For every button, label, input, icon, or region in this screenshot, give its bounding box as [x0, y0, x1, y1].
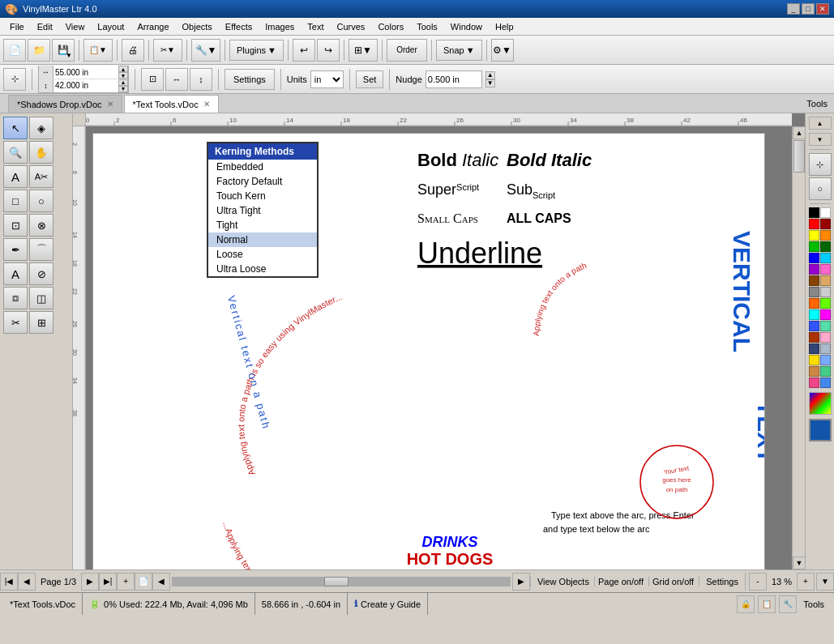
- color-blue[interactable]: [809, 253, 819, 263]
- ellipse-tool-btn[interactable]: ○: [29, 190, 53, 212]
- size-tool1[interactable]: ⊡: [141, 68, 164, 91]
- menu-view[interactable]: View: [59, 18, 92, 35]
- color-orange[interactable]: [820, 230, 831, 241]
- pan-tool-btn[interactable]: ✋: [29, 141, 53, 164]
- tab-text-tools[interactable]: *Text Tools.vDoc ✕: [124, 95, 219, 113]
- page-next[interactable]: ▶: [81, 573, 99, 591]
- status-btn2[interactable]: 📋: [758, 595, 776, 613]
- current-color[interactable]: [809, 419, 832, 441]
- close-button[interactable]: ✕: [816, 3, 829, 15]
- color-e9[interactable]: [809, 343, 819, 354]
- layout-button[interactable]: 📋▼: [83, 39, 113, 62]
- size-tool3[interactable]: ↕: [190, 68, 212, 91]
- eyedrop-tool-btn[interactable]: ⊘: [29, 262, 53, 285]
- set-button[interactable]: Set: [356, 70, 384, 88]
- color-darkgreen[interactable]: [820, 241, 831, 252]
- zoom-tool-btn[interactable]: 🔍: [3, 141, 28, 164]
- menu-effects[interactable]: Effects: [219, 18, 259, 35]
- color-e15[interactable]: [809, 377, 819, 388]
- color-e11[interactable]: [809, 355, 819, 365]
- width-down[interactable]: ▼: [118, 72, 128, 79]
- nudge-down[interactable]: ▼: [485, 79, 495, 87]
- color-extra8[interactable]: [820, 332, 831, 343]
- kerning-ultra-loose[interactable]: Ultra Loose: [208, 262, 317, 276]
- color-gray2[interactable]: [820, 287, 831, 297]
- page-next-next[interactable]: ▶|: [99, 573, 117, 591]
- size-tool2[interactable]: ↔: [165, 68, 188, 91]
- redo-button[interactable]: ↪: [317, 39, 340, 62]
- rect-tool-btn[interactable]: □: [3, 190, 28, 212]
- minimize-button[interactable]: _: [787, 3, 800, 15]
- height-up[interactable]: ▲: [118, 79, 128, 86]
- action-button[interactable]: 🔧▼: [191, 39, 220, 62]
- scroll-up-button[interactable]: ▲: [793, 126, 805, 139]
- right-tool1[interactable]: ⊹: [809, 153, 832, 176]
- color-extra1[interactable]: [809, 298, 819, 309]
- zoom-dropdown[interactable]: ▼: [816, 573, 834, 591]
- color-red[interactable]: [809, 219, 819, 229]
- open-button[interactable]: 📁: [28, 39, 50, 62]
- bezier-tool-btn[interactable]: ⌒: [29, 238, 53, 261]
- tab-shadows-drop[interactable]: *Shadows Drop.vDoc ✕: [8, 95, 122, 113]
- menu-images[interactable]: Images: [259, 18, 301, 35]
- menu-edit[interactable]: Edit: [31, 18, 59, 35]
- color-black[interactable]: [809, 207, 819, 218]
- color-extra3[interactable]: [809, 309, 819, 320]
- scroll-down-button[interactable]: ▼: [793, 557, 805, 569]
- page-prev-prev[interactable]: |◀: [0, 573, 18, 591]
- kerning-touch-kern[interactable]: Touch Kern: [208, 189, 317, 203]
- menu-colors[interactable]: Colors: [371, 18, 410, 35]
- color-white[interactable]: [820, 207, 831, 218]
- print-button[interactable]: 🖨: [122, 39, 144, 62]
- scroll-thumb[interactable]: [793, 140, 805, 173]
- text-tool2-btn[interactable]: A✂: [29, 165, 53, 188]
- new-button[interactable]: 📄: [3, 39, 26, 62]
- transform-button[interactable]: ⊞▼: [349, 39, 378, 62]
- color-yellow[interactable]: [809, 230, 819, 241]
- tab-text-tools-close[interactable]: ✕: [203, 100, 210, 109]
- undo-button[interactable]: ↩: [293, 39, 315, 62]
- cut-tool-btn[interactable]: ✂: [3, 311, 28, 334]
- right-tool2[interactable]: ○: [809, 177, 832, 200]
- kerning-factory-default[interactable]: Factory Default: [208, 174, 317, 189]
- extended-palette[interactable]: [809, 392, 832, 415]
- snap-button[interactable]: Snap ▼: [436, 40, 482, 61]
- text-tool-btn[interactable]: A: [3, 165, 28, 188]
- color-darkred[interactable]: [820, 219, 831, 229]
- color-purple[interactable]: [809, 264, 819, 275]
- cut-button[interactable]: ✂▼: [153, 39, 182, 62]
- plugins-button[interactable]: Plugins ▼: [229, 40, 284, 61]
- nudge-up[interactable]: ▲: [485, 71, 495, 79]
- align-tool-btn[interactable]: ⊞: [29, 311, 53, 334]
- menu-objects[interactable]: Objects: [176, 18, 219, 35]
- page-prev[interactable]: ◀: [18, 573, 36, 591]
- menu-text[interactable]: Text: [301, 18, 330, 35]
- color-e14[interactable]: [820, 366, 831, 377]
- height-input[interactable]: [53, 79, 118, 92]
- units-select[interactable]: in cm mm: [310, 70, 344, 88]
- color-extra5[interactable]: [809, 321, 819, 331]
- color-extra6[interactable]: [820, 321, 831, 331]
- menu-arrange[interactable]: Arrange: [130, 18, 175, 35]
- maximize-button[interactable]: □: [802, 3, 815, 15]
- color-brown[interactable]: [809, 275, 819, 286]
- kerning-tight[interactable]: Tight: [208, 218, 317, 232]
- kerning-loose[interactable]: Loose: [208, 247, 317, 262]
- color-e12[interactable]: [820, 355, 831, 365]
- nudge-input[interactable]: [426, 70, 482, 88]
- menu-layout[interactable]: Layout: [91, 18, 130, 35]
- crop-tool-btn[interactable]: ⊡: [3, 214, 28, 237]
- menu-curves[interactable]: Curves: [331, 18, 372, 35]
- width-up[interactable]: ▲: [118, 66, 128, 72]
- menu-help[interactable]: Help: [489, 18, 520, 35]
- zoom-in[interactable]: +: [797, 573, 815, 591]
- node-tool-btn[interactable]: ◈: [29, 117, 53, 139]
- hscroll-left[interactable]: ◀: [152, 573, 170, 591]
- menu-window[interactable]: Window: [444, 18, 489, 35]
- status-btn1[interactable]: 🔒: [737, 595, 755, 613]
- color-e10[interactable]: [820, 343, 831, 354]
- color-tan[interactable]: [820, 275, 831, 286]
- kerning-embedded[interactable]: Embedded: [208, 160, 317, 174]
- color-extra7[interactable]: [809, 332, 819, 343]
- hscroll-right[interactable]: ▶: [512, 573, 530, 591]
